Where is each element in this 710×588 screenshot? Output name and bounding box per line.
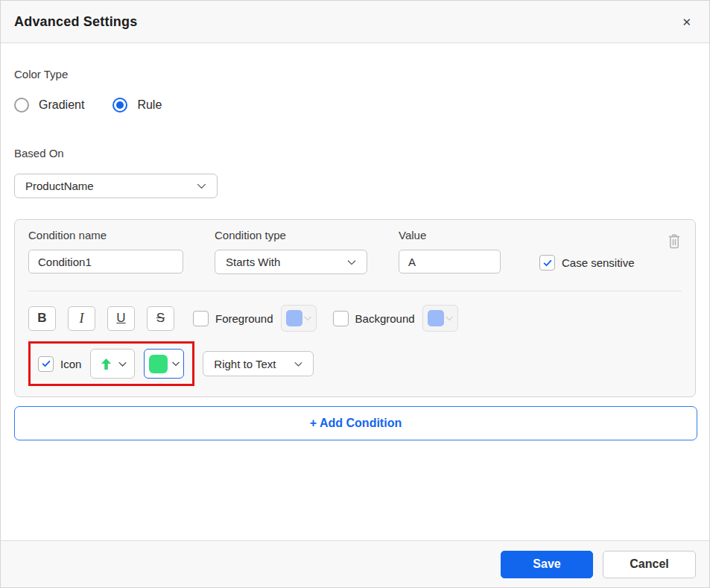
- icon-row: Icon Right to Text: [28, 341, 682, 386]
- close-icon[interactable]: ✕: [679, 13, 694, 31]
- chevron-down-icon: [171, 358, 181, 369]
- condition-value-label: Value: [399, 229, 501, 241]
- foreground-color-picker[interactable]: [281, 305, 317, 332]
- case-sensitive-field: Case sensitive: [539, 229, 635, 274]
- panel-divider: [28, 291, 682, 291]
- cancel-button[interactable]: Cancel: [603, 551, 696, 578]
- condition-type-select[interactable]: Starts With: [215, 250, 367, 274]
- dialog-title: Advanced Settings: [14, 14, 137, 30]
- background-color-swatch: [428, 310, 444, 326]
- add-condition-button[interactable]: + Add Condition: [14, 406, 697, 440]
- checkbox-unchecked-icon: [333, 311, 349, 326]
- condition-value-field: Value: [399, 229, 501, 274]
- radio-rule-label: Rule: [137, 98, 162, 112]
- background-color-picker[interactable]: [422, 305, 458, 332]
- condition-name-label: Condition name: [28, 229, 183, 241]
- checkbox-checked-icon: [539, 255, 555, 271]
- condition-type-value: Starts With: [226, 256, 280, 268]
- icon-position-value: Right to Text: [214, 358, 276, 370]
- underline-button[interactable]: U: [107, 306, 135, 331]
- icon-checkbox[interactable]: Icon: [38, 356, 81, 372]
- based-on-select[interactable]: ProductName: [14, 174, 218, 198]
- icon-label: Icon: [60, 358, 81, 370]
- icon-position-select[interactable]: Right to Text: [203, 351, 314, 376]
- checkbox-checked-icon: [38, 356, 54, 372]
- icon-shape-select[interactable]: [90, 349, 135, 379]
- save-button[interactable]: Save: [501, 551, 593, 578]
- delete-condition-icon[interactable]: [665, 232, 683, 251]
- radio-gradient[interactable]: Gradient: [14, 98, 84, 113]
- foreground-label: Foreground: [215, 312, 273, 325]
- format-row: B I U S Foreground Background: [28, 305, 682, 332]
- checkbox-unchecked-icon: [193, 311, 209, 326]
- arrow-up-icon: [98, 356, 114, 372]
- dialog-footer: Save Cancel: [1, 540, 709, 587]
- dialog-body: Color Type Gradient Rule Based On Produc…: [1, 43, 709, 540]
- chevron-down-icon: [346, 256, 358, 268]
- based-on-value: ProductName: [25, 180, 94, 192]
- condition-value-input[interactable]: [399, 250, 501, 274]
- condition-name-input[interactable]: [28, 250, 183, 274]
- radio-rule[interactable]: Rule: [112, 98, 162, 113]
- foreground-color-swatch: [286, 310, 302, 326]
- condition-name-field: Condition name: [28, 229, 183, 274]
- condition-main-row: Condition name Condition type Starts Wit…: [28, 229, 682, 274]
- condition-type-label: Condition type: [215, 229, 367, 241]
- based-on-label: Based On: [14, 147, 696, 159]
- foreground-checkbox[interactable]: Foreground: [193, 311, 273, 326]
- condition-panel: Condition name Condition type Starts Wit…: [14, 219, 696, 397]
- background-label: Background: [355, 312, 415, 325]
- radio-gradient-label: Gradient: [39, 98, 84, 112]
- background-checkbox[interactable]: Background: [333, 311, 415, 326]
- bold-button[interactable]: B: [28, 306, 56, 331]
- radio-circle-icon: [14, 98, 29, 113]
- chevron-down-icon: [195, 180, 208, 192]
- condition-type-field: Condition type Starts With: [215, 229, 367, 274]
- dialog-header: Advanced Settings ✕: [1, 1, 709, 43]
- icon-highlight-box: Icon: [28, 341, 194, 386]
- strikethrough-button[interactable]: S: [147, 306, 174, 331]
- case-sensitive-label: Case sensitive: [562, 256, 635, 269]
- chevron-down-icon: [117, 358, 128, 370]
- icon-color-swatch: [149, 355, 168, 373]
- icon-color-picker[interactable]: [144, 349, 184, 379]
- chevron-down-icon: [302, 313, 313, 323]
- italic-button[interactable]: I: [68, 306, 95, 331]
- chevron-down-icon: [444, 313, 454, 323]
- color-type-radio-group: Gradient Rule: [14, 95, 696, 115]
- radio-circle-checked-icon: [112, 98, 127, 113]
- color-type-label: Color Type: [14, 68, 696, 80]
- advanced-settings-dialog: Advanced Settings ✕ Color Type Gradient …: [0, 0, 710, 588]
- case-sensitive-checkbox[interactable]: Case sensitive: [539, 255, 635, 271]
- chevron-down-icon: [293, 358, 304, 370]
